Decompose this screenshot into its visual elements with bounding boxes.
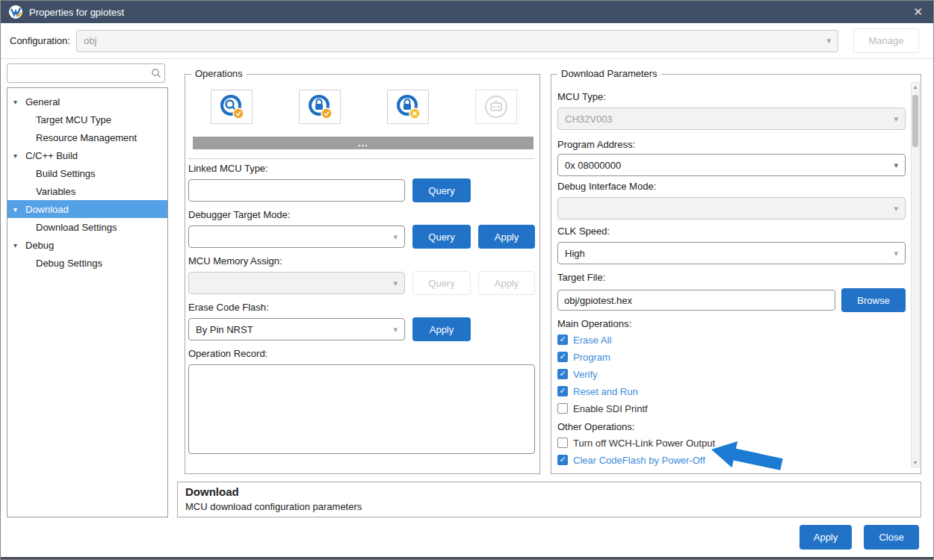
- debugger-mode-query-button[interactable]: Query: [412, 225, 471, 249]
- configuration-row: Configuration: obj ▾ Manage: [1, 23, 934, 59]
- checkbox-reset-and-run[interactable]: Reset and Run: [557, 385, 638, 398]
- clk-speed-select[interactable]: High ▾: [557, 242, 906, 264]
- sidebar-item-label: Debug Settings: [36, 258, 102, 269]
- checkbox-label[interactable]: Verify: [573, 369, 598, 380]
- auto-download-icon: [482, 93, 510, 121]
- sidebar-item-variables[interactable]: Variables: [7, 182, 167, 200]
- disable-protect-icon-button[interactable]: [387, 90, 429, 124]
- manage-button[interactable]: Manage: [853, 28, 919, 53]
- erase-code-flash-select[interactable]: By Pin NRST ▾: [188, 318, 405, 340]
- sidebar-item-label: Variables: [36, 186, 75, 197]
- sidebar-item-label: General: [25, 96, 60, 108]
- clk-speed-label: CLK Speed:: [557, 225, 610, 237]
- expander-icon[interactable]: ▾: [13, 205, 24, 214]
- checkbox-turn-off-wch-link-power[interactable]: Turn off WCH-Link Power Output: [557, 436, 715, 449]
- scrollbar[interactable]: ▲ ▼: [911, 82, 920, 467]
- checkbox-erase-all[interactable]: Erase All: [557, 333, 611, 346]
- erase-flash-apply-button[interactable]: Apply: [412, 317, 471, 341]
- checkbox-icon[interactable]: [557, 403, 568, 414]
- program-address-label: Program Address:: [557, 139, 635, 150]
- close-button[interactable]: Close: [864, 525, 919, 550]
- checkbox-enable-sdi-printf[interactable]: Enable SDI Printf: [557, 402, 648, 415]
- mcu-type-value: CH32V003: [565, 113, 613, 125]
- checkbox-label[interactable]: Reset and Run: [573, 386, 638, 397]
- sidebar-item-download-settings[interactable]: Download Settings: [7, 218, 167, 236]
- operation-record-textarea[interactable]: [188, 364, 535, 454]
- checkbox-verify[interactable]: Verify: [557, 367, 598, 381]
- scroll-down-icon[interactable]: ▼: [912, 460, 919, 465]
- debugger-target-mode-select[interactable]: ▾: [188, 225, 405, 248]
- sidebar-item-general[interactable]: ▾General: [7, 93, 167, 111]
- operation-record-label: Operation Record:: [188, 348, 267, 359]
- sidebar-item-cpp-build[interactable]: ▾C/C++ Build: [7, 146, 167, 164]
- sidebar-item-label: Resource Management: [36, 132, 137, 143]
- target-file-input[interactable]: [557, 290, 835, 311]
- configuration-label: Configuration:: [10, 35, 70, 46]
- checkbox-clear-codeflash-power-off[interactable]: Clear CodeFlash by Power-Off: [557, 453, 705, 467]
- checkbox-label[interactable]: Enable SDI Printf: [573, 403, 648, 414]
- checkbox-icon[interactable]: [557, 386, 568, 396]
- debugger-mode-apply-button[interactable]: Apply: [478, 225, 535, 249]
- memory-assign-query-button[interactable]: Query: [412, 271, 471, 295]
- query-protect-icon: [217, 93, 246, 121]
- other-operations-label: Other Operations:: [557, 421, 634, 432]
- erase-code-flash-value: By Pin NRST: [196, 324, 253, 335]
- scroll-up-icon[interactable]: ▲: [912, 84, 919, 90]
- operations-group: Operations: [185, 74, 540, 474]
- chevron-down-icon: ▾: [894, 204, 898, 214]
- mcu-type-select[interactable]: CH32V003 ▾: [557, 108, 906, 130]
- erase-code-flash-label: Erase Code Flash:: [188, 302, 269, 313]
- page-description-box: Download MCU download configuration para…: [177, 482, 921, 517]
- sidebar-item-debug-settings[interactable]: Debug Settings: [7, 254, 167, 272]
- checkbox-label[interactable]: Clear CodeFlash by Power-Off: [573, 455, 705, 466]
- sidebar-item-download[interactable]: ▾Download: [7, 200, 167, 218]
- scrollbar-thumb[interactable]: [912, 95, 918, 147]
- expander-icon[interactable]: ▾: [13, 241, 24, 249]
- expander-icon[interactable]: ▾: [13, 98, 24, 106]
- debugger-target-mode-label: Debugger Target Mode:: [188, 209, 290, 220]
- memory-assign-apply-button[interactable]: Apply: [478, 271, 535, 295]
- apply-button[interactable]: Apply: [800, 525, 852, 550]
- search-icon: [148, 68, 164, 78]
- app-logo-icon: [8, 4, 23, 19]
- sidebar-item-build-settings[interactable]: Build Settings: [7, 164, 167, 182]
- ellipsis-label: ...: [358, 140, 368, 146]
- search-input[interactable]: [7, 68, 148, 79]
- sidebar-item-label: Download Settings: [36, 222, 117, 233]
- operations-expander[interactable]: ...: [193, 137, 534, 149]
- checkbox-icon[interactable]: [557, 335, 568, 345]
- linked-mcu-type-input[interactable]: [188, 179, 405, 202]
- download-parameters-group: Download Parameters MCU Type: CH32V003 ▾…: [551, 74, 921, 474]
- page-description: MCU download configuration parameters: [185, 501, 362, 512]
- close-icon[interactable]: ✕: [909, 5, 927, 19]
- mcu-memory-assign-label: MCU Memory Assign:: [188, 255, 282, 267]
- checkbox-icon[interactable]: [557, 455, 568, 465]
- mcu-memory-assign-select[interactable]: ▾: [188, 272, 405, 294]
- linked-mcu-type-label: Linked MCU Type:: [188, 163, 268, 174]
- program-address-select[interactable]: 0x 08000000 ▾: [557, 154, 906, 176]
- expander-icon[interactable]: ▾: [13, 152, 24, 160]
- checkbox-program[interactable]: Program: [557, 350, 610, 364]
- sidebar-item-target-mcu-type[interactable]: Target MCU Type: [7, 111, 167, 128]
- checkbox-icon[interactable]: [557, 438, 568, 448]
- checkbox-label[interactable]: Program: [573, 352, 610, 363]
- sidebar-item-label: C/C++ Build: [25, 150, 78, 161]
- configuration-select[interactable]: obj ▾: [76, 30, 838, 52]
- checkbox-icon[interactable]: [557, 369, 568, 379]
- browse-button[interactable]: Browse: [841, 288, 906, 312]
- sidebar-item-resource-management[interactable]: Resource Management: [7, 128, 167, 146]
- checkbox-label[interactable]: Erase All: [573, 335, 611, 346]
- enable-protect-icon-button[interactable]: [299, 90, 341, 124]
- auto-download-icon-button[interactable]: [475, 90, 517, 124]
- sidebar-item-debug[interactable]: ▾Debug: [7, 236, 167, 254]
- checkbox-icon[interactable]: [557, 352, 568, 362]
- sidebar-search[interactable]: [7, 63, 165, 83]
- checkbox-label[interactable]: Turn off WCH-Link Power Output: [573, 438, 715, 449]
- linked-mcu-query-button[interactable]: Query: [412, 178, 471, 202]
- disable-protect-icon: [394, 93, 422, 121]
- debug-interface-mode-select[interactable]: ▾: [557, 197, 906, 220]
- query-protect-icon-button[interactable]: [211, 90, 253, 124]
- sidebar-item-label: Debug: [25, 240, 54, 251]
- page-title: Download: [185, 485, 239, 498]
- window-title: Properties for gpiotest: [29, 7, 124, 18]
